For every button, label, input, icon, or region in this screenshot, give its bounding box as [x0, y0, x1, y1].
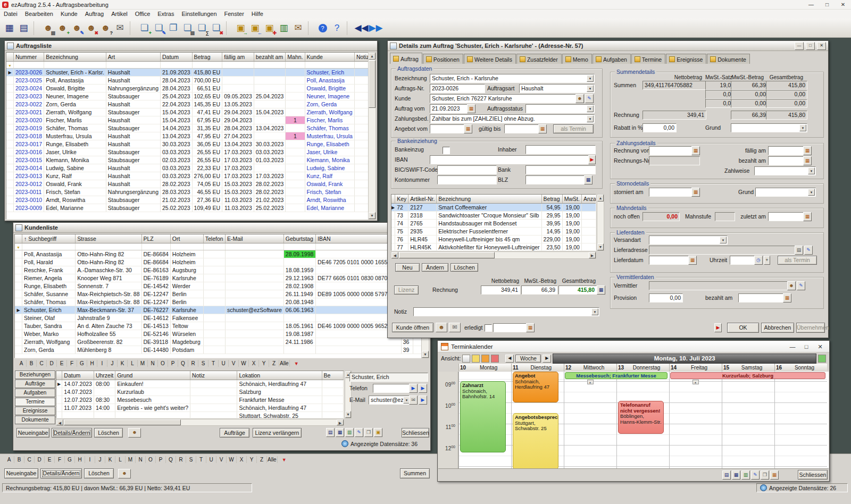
letter-C[interactable]: C	[24, 456, 35, 463]
calendar-event[interactable]: ZahnarztSchönaich, Bahnhofstr. 14	[460, 381, 506, 452]
blz-field[interactable]	[525, 175, 586, 184]
cell[interactable]: Schönaich, Herdlaufring 47	[237, 380, 322, 388]
cell[interactable]: 19,00	[562, 212, 581, 220]
cell[interactable]: Schuster, Erich	[22, 306, 76, 314]
column-header[interactable]: Anza	[581, 195, 596, 204]
column-header[interactable]: Telefon	[203, 234, 225, 243]
cell[interactable]: 08:00	[94, 380, 115, 388]
cell[interactable]: Ludwig, Sabine	[44, 164, 106, 172]
table-row[interactable]: 2023-0025Poll, AnastasijaHaushalt28.04.2…	[6, 77, 369, 85]
menu-einstellungen[interactable]: Einstellungen	[178, 10, 220, 19]
tab-termine[interactable]: Termine	[631, 54, 665, 64]
cell[interactable]	[316, 346, 402, 354]
column-header[interactable]: Art	[106, 53, 160, 62]
cell[interactable]: Holzheim	[170, 258, 203, 266]
positionen-hscrollbar[interactable]: ◀ ▶	[391, 251, 596, 259]
cell[interactable]	[203, 338, 225, 346]
send-icon[interactable]: ▶	[419, 396, 427, 405]
order-sum-icon[interactable]: ❏∑	[195, 21, 209, 35]
cell[interactable]: DE-86684	[141, 250, 170, 258]
dropdown-icon[interactable]: ▼	[587, 75, 594, 82]
bezahlt-am-field[interactable]	[768, 156, 805, 165]
tab-positionen[interactable]: Positionen	[423, 54, 463, 64]
cell[interactable]: Aktivkohlefilter für Honeywell-Luftreini…	[437, 243, 541, 251]
als-termin-button[interactable]: als Termin	[778, 256, 817, 265]
calendar-icon[interactable]: ▦	[467, 104, 475, 113]
letter-G[interactable]: G	[77, 360, 87, 367]
customer-search-icon[interactable]: ☻?	[98, 21, 113, 35]
scroll-up-icon[interactable]: ▲	[587, 380, 594, 384]
table-row[interactable]: Reschke, FrankA.-Damaschke-Str. 30DE-861…	[15, 266, 422, 274]
cards-view-icon[interactable]: ▤	[16, 21, 31, 35]
calendar-options-icon[interactable]	[818, 355, 826, 363]
cell[interactable]: Max-Beckmann-Str. 37	[76, 306, 141, 314]
cell[interactable]: Schäfer, Thomas	[305, 124, 354, 132]
details-aendern-button[interactable]: Details/Ändern	[40, 468, 82, 478]
table-row[interactable]: 2023-0022Zorn, GerdaHaushalt22.04.202314…	[6, 100, 369, 108]
cell[interactable]: Mühlenberg 8	[76, 346, 141, 354]
letter-Alle[interactable]: Alle	[279, 360, 290, 367]
column-header[interactable]: Datum	[161, 53, 193, 62]
cell[interactable]: DE-86163	[141, 266, 170, 274]
cell[interactable]	[222, 69, 254, 77]
cell[interactable]: Edel, Marianne	[44, 204, 106, 212]
cell[interactable]: 31,35 EU	[192, 124, 222, 132]
cell[interactable]	[413, 338, 421, 346]
cell[interactable]: Frisch, Stefan	[44, 188, 106, 196]
letter-K[interactable]: K	[118, 360, 128, 367]
letter-W[interactable]: W	[239, 360, 249, 367]
bankeinzug-checkbox[interactable]	[443, 147, 450, 154]
cell[interactable]: Kunz, Ralf	[44, 172, 106, 180]
cell[interactable]: 15.04.2023	[254, 108, 286, 116]
grid-layout-icon[interactable]: ▦	[336, 428, 344, 437]
nav-forward-icon[interactable]: ▶▶	[369, 21, 383, 35]
table-row[interactable]: 2023-0015Klemann, MonikaStaubsauger02.03…	[6, 156, 369, 164]
column-header[interactable]: Lokation	[237, 371, 322, 380]
cell[interactable]: DE-52146	[141, 330, 170, 338]
cell[interactable]	[283, 314, 315, 322]
cell[interactable]: 67,95 EU	[192, 116, 222, 124]
letter-J[interactable]: J	[95, 456, 105, 463]
details-aendern-button[interactable]: Details/Ändern	[52, 428, 92, 438]
cell[interactable]	[286, 100, 305, 108]
cell[interactable]	[254, 164, 286, 172]
cell[interactable]: Sonnenstr. 7	[76, 282, 141, 290]
erledigt-datum-field[interactable]	[493, 323, 528, 332]
close-icon[interactable]: ✕	[813, 341, 827, 352]
cell[interactable]: Haushalt	[106, 100, 160, 108]
bank-lookup-icon[interactable]: ▦	[584, 175, 593, 184]
cell[interactable]	[254, 77, 286, 85]
cell[interactable]	[581, 204, 596, 212]
cell[interactable]	[254, 69, 286, 77]
letter-H[interactable]: H	[87, 360, 97, 367]
cell[interactable]: Klemann, Monika	[305, 156, 354, 164]
cell[interactable]: 2023-0017	[13, 140, 44, 148]
letter-Q[interactable]: Q	[166, 456, 176, 463]
cell[interactable]	[286, 156, 305, 164]
table-row[interactable]: Stuttgart, Schwabstr. 25	[56, 412, 344, 419]
letter-R[interactable]: R	[176, 456, 186, 463]
lieferadresse-field[interactable]	[649, 246, 796, 255]
table-row[interactable]: 2023-0009Edel, MarianneStaubsauger25.02.…	[6, 204, 369, 212]
letter-Z[interactable]: Z	[257, 456, 267, 463]
cell[interactable]	[581, 220, 596, 228]
day-header-mittwoch[interactable]: 12Mittwoch	[564, 364, 616, 371]
cell[interactable]: Augsburg	[170, 266, 203, 274]
calendar-icon[interactable]: ▦	[691, 146, 700, 155]
calculator-icon[interactable]: ▦	[597, 285, 605, 295]
filter-row[interactable]: ▼	[6, 62, 369, 69]
scroll-down-icon[interactable]: ▼	[597, 243, 604, 250]
cell[interactable]: 27.04.2023	[222, 132, 254, 140]
cell[interactable]: Max-Reichpietsch-Str. 88	[76, 290, 141, 298]
column-header[interactable]: Artikel-Nr.	[408, 195, 437, 204]
cell[interactable]: Runge, Elisabeth	[305, 140, 354, 148]
cell[interactable]: 28.03.2023	[161, 188, 193, 196]
call-icon[interactable]: ▶	[409, 384, 418, 393]
table-row[interactable]: Schäfer, ThomasMax-Reichpietsch-Str. 88D…	[15, 298, 422, 306]
letter-L[interactable]: L	[115, 456, 126, 463]
cell[interactable]	[413, 346, 421, 354]
cell[interactable]: 2023-0026	[13, 69, 44, 77]
cell[interactable]: DE-39118	[141, 338, 170, 346]
letter-R[interactable]: R	[188, 360, 198, 367]
menu-extras[interactable]: Extras	[154, 10, 178, 19]
